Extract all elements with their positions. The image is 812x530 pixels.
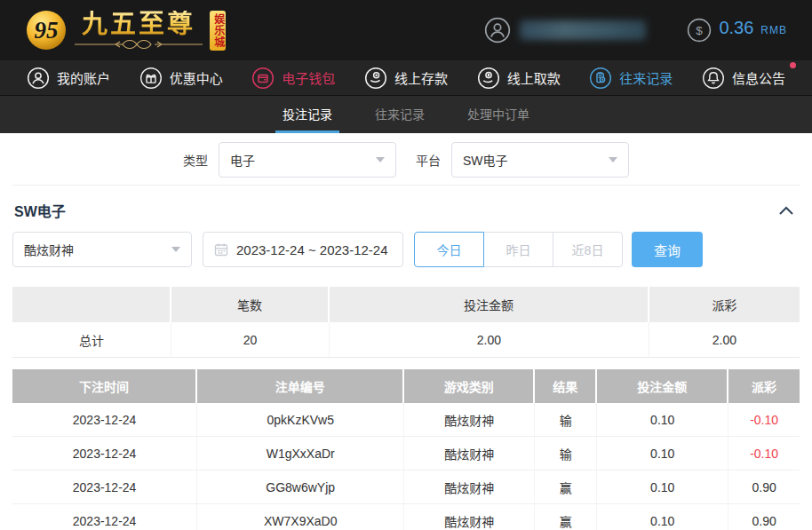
bet-time-cell: 2023-12-24 (12, 504, 197, 530)
filter-row: 类型 电子 平台 SW电子 (12, 133, 800, 186)
summary-header-count: 笔数 (171, 287, 330, 322)
game-type-cell: 酷炫财神 (404, 403, 535, 437)
date-range-value: 2023-12-24 ~ 2023-12-24 (236, 242, 388, 257)
type-label: 类型 (183, 151, 208, 169)
site-logo[interactable]: 95 九五至尊 娱乐城 (25, 9, 226, 51)
nav-item-label: 线上取款 (507, 68, 561, 87)
order-id-cell: 0pkKzKVw5 (197, 403, 404, 437)
nav-item-transaction-records[interactable]: 往来记录 (589, 67, 673, 90)
avatar-icon (484, 17, 511, 44)
table-row: 2023-12-24 XW7X9XaD0 酷炫财神 赢 0.10 0.90 (12, 504, 800, 530)
tab-bet-records[interactable]: 投注记录 (275, 96, 339, 133)
header-game-type: 游戏类别 (404, 369, 535, 403)
account-icon (27, 67, 50, 90)
records-icon (589, 67, 612, 90)
header-bet-amount: 投注金额 (597, 369, 728, 403)
summary-header-payout: 派彩 (649, 287, 800, 322)
records-subnav: 投注记录 往来记录 处理中订单 (0, 96, 812, 133)
today-button[interactable]: 今日 (414, 232, 484, 267)
nav-item-label: 信息公告 (732, 68, 785, 87)
result-cell: 赢 (535, 471, 597, 504)
collapse-section-button[interactable] (775, 202, 798, 219)
result-cell: 输 (535, 403, 597, 437)
nav-item-promotions[interactable]: 优惠中心 (139, 67, 223, 90)
nav-item-label: 优惠中心 (170, 68, 223, 87)
payout-cell: 0.90 (728, 471, 800, 504)
table-row: 2023-12-24 GG8w6wYjp 酷炫财神 赢 0.10 0.90 (12, 471, 800, 504)
total-label-cell: 总计 (12, 322, 171, 358)
chevron-down-icon (609, 157, 617, 162)
bet-amount-cell: 0.10 (597, 403, 728, 437)
header-result: 结果 (535, 369, 597, 403)
section-header: SW电子 (12, 186, 800, 232)
chevron-up-icon (778, 206, 794, 216)
chevron-down-icon (171, 247, 180, 252)
top-header: 95 九五至尊 娱乐城 $ (0, 0, 812, 60)
balance-currency: RMB (760, 24, 787, 36)
total-bet-amount-cell: 2.00 (330, 322, 649, 358)
coin-dollar-icon: $ (687, 18, 712, 43)
summary-total-row: 总计 20 2.00 2.00 (12, 322, 800, 358)
bell-icon (702, 67, 725, 90)
username-redacted (520, 20, 646, 40)
last-8-days-button[interactable]: 近8日 (553, 232, 623, 267)
tab-transaction-records[interactable]: 往来记录 (368, 96, 432, 133)
table-row: 2023-12-24 W1gXxXaDr 酷炫财神 输 0.10 -0.10 (12, 437, 800, 471)
withdraw-icon (477, 67, 500, 90)
date-range-picker[interactable]: 2023-12-24 ~ 2023-12-24 (203, 232, 403, 267)
payout-cell: -0.10 (728, 437, 800, 471)
tab-processing-orders[interactable]: 处理中订单 (460, 96, 537, 133)
payout-cell: 0.90 (728, 504, 800, 530)
order-id-cell: W1gXxXaDr (197, 437, 404, 471)
type-select-value: 电子 (230, 151, 255, 169)
platform-select[interactable]: SW电子 (451, 142, 629, 178)
calendar-icon (214, 242, 228, 257)
nav-item-e-wallet[interactable]: 电子钱包 (251, 67, 335, 90)
platform-select-value: SW电子 (463, 151, 508, 169)
order-id-cell: XW7X9XaD0 (197, 504, 404, 530)
header-order-id: 注单编号 (197, 369, 404, 403)
payout-cell: -0.10 (728, 403, 800, 437)
yesterday-button[interactable]: 昨日 (483, 232, 553, 267)
result-cell: 赢 (535, 504, 597, 530)
type-select[interactable]: 电子 (219, 142, 396, 178)
bet-time-cell: 2023-12-24 (12, 403, 197, 437)
chevron-down-icon (376, 157, 385, 162)
header-payout: 派彩 (728, 369, 800, 403)
game-select[interactable]: 酷炫财神 (12, 232, 192, 267)
summary-table: 笔数 投注金额 派彩 总计 20 2.00 2.00 (12, 287, 800, 358)
nav-item-my-account[interactable]: 我的账户 (27, 67, 110, 90)
nav-item-withdraw[interactable]: 线上取款 (477, 67, 561, 90)
notification-dot (790, 62, 796, 68)
user-account[interactable] (484, 17, 646, 44)
summary-header-bet-amount: 投注金额 (330, 287, 649, 322)
controls-row: 酷炫财神 2023-12-24 ~ 2023-12-24 今日 昨日 近8日 查… (12, 232, 800, 267)
balance[interactable]: $ 0.36 RMB (687, 18, 787, 43)
logo-title: 九五至尊 (82, 11, 195, 39)
logo-badge: 娱乐城 (210, 11, 226, 51)
nav-item-label: 我的账户 (57, 68, 110, 87)
search-button[interactable]: 查询 (632, 232, 703, 267)
platform-filter-group: 平台 SW电子 (416, 142, 629, 178)
nav-item-deposit[interactable]: 线上存款 (364, 67, 448, 90)
bet-time-cell: 2023-12-24 (12, 437, 197, 471)
topbar-right: $ 0.36 RMB (484, 17, 787, 44)
table-row: 2023-12-24 0pkKzKVw5 酷炫财神 输 0.10 -0.10 (12, 403, 800, 437)
bet-amount-cell: 0.10 (597, 471, 728, 504)
bet-records-table: 下注时间 注单编号 游戏类别 结果 投注金额 派彩 2023-12-24 0pk… (12, 369, 800, 530)
logo-text-wrap: 九五至尊 (73, 11, 204, 50)
type-filter-group: 类型 电子 (183, 142, 396, 178)
bet-table-header-row: 下注时间 注单编号 游戏类别 结果 投注金额 派彩 (12, 369, 800, 403)
game-type-cell: 酷炫财神 (404, 504, 535, 530)
nav-item-announcements[interactable]: 信息公告 (702, 67, 785, 90)
total-count-cell: 20 (171, 322, 330, 358)
order-id-cell: GG8w6wYjp (197, 471, 404, 504)
nav-item-label: 线上存款 (394, 68, 448, 87)
main-content: 类型 电子 平台 SW电子 SW电子 酷炫财神 (0, 133, 812, 530)
summary-header-empty (12, 287, 171, 322)
section-title: SW电子 (14, 200, 66, 221)
summary-header-row: 笔数 投注金额 派彩 (12, 287, 800, 322)
balance-amount: 0.36 (719, 18, 753, 38)
main-nav: 我的账户 优惠中心 电子钱包 线上存款 (0, 60, 812, 96)
nav-item-label: 电子钱包 (282, 68, 335, 87)
